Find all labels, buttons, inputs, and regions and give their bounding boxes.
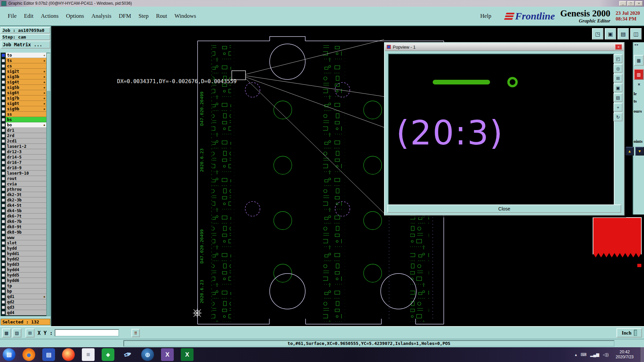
minimize-icon[interactable]: _ (619, 1, 627, 6)
xy-input[interactable] (55, 329, 119, 337)
layer-visibility-checkbox[interactable] (1, 176, 6, 181)
taskbar-app-start[interactable]: ⊞ (3, 348, 15, 361)
layer-visibility-checkbox[interactable] (1, 273, 6, 278)
menu-item-file[interactable]: File (4, 11, 20, 21)
layer-visibility-checkbox[interactable] (1, 181, 6, 187)
layer-row-sig9b[interactable]: sig9b◆ (1, 106, 46, 112)
layer-visibility-checkbox[interactable] (1, 305, 6, 310)
layer-visibility-checkbox[interactable] (1, 155, 6, 160)
layer-row-sig4t[interactable]: sig4t◆ (1, 79, 46, 85)
layer-row-www[interactable]: www (1, 235, 46, 240)
layer-row-dk2-3t[interactable]: dk2-3t (1, 192, 46, 197)
active-tool-button[interactable]: ▥ (634, 69, 644, 80)
layer-visibility-checkbox[interactable] (1, 262, 6, 267)
units-button[interactable]: Inch (616, 328, 642, 338)
layer-visibility-checkbox[interactable] (1, 299, 6, 305)
layer-row-sig7b[interactable]: sig7b◆ (1, 96, 46, 101)
layer-visibility-checkbox[interactable] (1, 278, 6, 283)
layer-row-laser9-10[interactable]: laser9-10 (1, 171, 46, 176)
layer-row-dr18-9[interactable]: dr18-9 (1, 165, 46, 171)
popview-close-button[interactable]: Close (387, 204, 621, 213)
layer-visibility-checkbox[interactable] (1, 294, 6, 299)
scrollbar-thumb[interactable] (47, 54, 50, 91)
layer-list-scrollbar[interactable] (46, 53, 50, 316)
layer-row-qd3[interactable]: qd3 (1, 305, 46, 310)
layer-visibility-checkbox[interactable] (1, 106, 6, 112)
overview-pane[interactable] (590, 216, 644, 269)
layer-visibility-checkbox[interactable] (1, 187, 6, 192)
close-icon[interactable]: × (635, 1, 643, 6)
ime-keyboard-icon[interactable]: ⌨ (581, 353, 586, 357)
layer-row-dk8-9b[interactable]: dk8-9b (1, 230, 46, 235)
layer-visibility-checkbox[interactable] (1, 128, 6, 133)
layer-visibility-checkbox[interactable] (1, 224, 6, 230)
layer-row-sig5b[interactable]: sig5b◆ (1, 85, 46, 90)
view-tool-button-2[interactable]: ▣ (605, 28, 616, 40)
layer-visibility-checkbox[interactable] (1, 246, 6, 251)
layer-visibility-checkbox[interactable] (1, 90, 6, 96)
popview-fill-tool-button[interactable]: ▣ (613, 83, 623, 92)
taskbar-app-browser[interactable] (62, 348, 75, 361)
popview-canvas[interactable]: (20:3) (388, 54, 614, 205)
layer-visibility-checkbox[interactable] (1, 283, 6, 289)
menu-item-step[interactable]: Step (135, 11, 152, 21)
move-up-button[interactable]: ▲ (625, 147, 634, 156)
layer-row-rout[interactable]: rout (1, 176, 46, 181)
popview-target-tool-button[interactable]: ◎ (613, 64, 623, 73)
maximize-icon[interactable]: □ (627, 1, 635, 6)
taskbar-app-notes[interactable]: ◈ (102, 348, 114, 361)
layer-visibility-checkbox[interactable] (1, 197, 6, 203)
layer-row-slot[interactable]: slot (1, 240, 46, 246)
layer-visibility-checkbox[interactable] (1, 112, 6, 117)
popview-layers-tool-button[interactable]: ▤ (613, 93, 623, 102)
taskbar-app-feather[interactable]: ✑ (121, 348, 134, 361)
layer-visibility-checkbox[interactable] (1, 53, 6, 58)
layer-visibility-checkbox[interactable] (1, 208, 6, 214)
layer-visibility-checkbox[interactable] (1, 144, 6, 149)
popview-titlebar[interactable]: Popview - 1 × (385, 43, 624, 51)
popview-close-icon[interactable]: × (615, 44, 622, 50)
popview-pan-tool-button[interactable]: + (613, 103, 623, 112)
layer-visibility-checkbox[interactable] (1, 219, 6, 224)
layer-row-dr16-7[interactable]: dr16-7 (1, 160, 46, 165)
layer-visibility-checkbox[interactable] (1, 79, 6, 85)
view-tool-button-3[interactable]: ▤ (618, 28, 629, 40)
popview-refresh-tool-button[interactable]: ↻ (613, 113, 623, 121)
layer-row-qd1[interactable]: qd1◆ (1, 294, 46, 299)
layer-row-dk4-5b[interactable]: dk4-5b (1, 208, 46, 214)
layer-visibility-checkbox[interactable] (1, 122, 6, 128)
layer-row-bp[interactable]: bp (1, 289, 46, 294)
taskbar-app-notepad[interactable]: ≡ (82, 348, 95, 361)
layer-row-dk6-7t[interactable]: dk6-7t (1, 214, 46, 219)
layer-row-2rd[interactable]: 2rd (1, 133, 46, 138)
command-tool-button-1[interactable]: ▩ (2, 328, 11, 338)
layer-row-sig6t[interactable]: sig6t◆ (1, 90, 46, 96)
taskbar-app-excel[interactable]: X (181, 348, 194, 361)
layer-row-cvia[interactable]: cvia (1, 181, 46, 187)
popview-grid-tool-button[interactable]: ⊞ (613, 74, 623, 82)
layer-visibility-checkbox[interactable] (1, 267, 6, 273)
layer-row-dr14-5[interactable]: dr14-5 (1, 155, 46, 160)
layer-visibility-checkbox[interactable] (1, 160, 6, 165)
hidden-icons-arrow-icon[interactable]: ▴ (575, 353, 577, 357)
layer-visibility-checkbox[interactable] (1, 240, 6, 246)
layer-row-dr1[interactable]: dr1 (1, 128, 46, 133)
layer-visibility-checkbox[interactable] (1, 149, 6, 155)
layer-row-dk6-7b[interactable]: dk6-7b (1, 219, 46, 224)
layer-row-qd4[interactable]: qd4 (1, 310, 46, 315)
menu-item-edit[interactable]: Edit (20, 11, 37, 21)
layer-row-hydd4[interactable]: hydd4 (1, 267, 46, 273)
taskbar-app-save[interactable]: ▤ (42, 348, 55, 361)
layer-row-bs[interactable]: bs (1, 117, 46, 122)
menu-item-rout[interactable]: Rout (152, 11, 171, 21)
layer-row-dk4-5t[interactable]: dk4-5t (1, 203, 46, 208)
show-desktop-button[interactable] (641, 347, 644, 362)
layer-visibility-checkbox[interactable] (1, 138, 6, 144)
layer-visibility-checkbox[interactable] (1, 133, 6, 138)
menu-item-analysis[interactable]: Analysis (88, 11, 115, 21)
layer-row-hydd1[interactable]: hydd1 (1, 251, 46, 256)
layer-visibility-checkbox[interactable] (1, 251, 6, 256)
layer-row-dr12-3[interactable]: dr12-3 (1, 149, 46, 155)
taskbar-app-excel-x[interactable]: X (161, 348, 174, 361)
layer-visibility-checkbox[interactable] (1, 230, 6, 235)
